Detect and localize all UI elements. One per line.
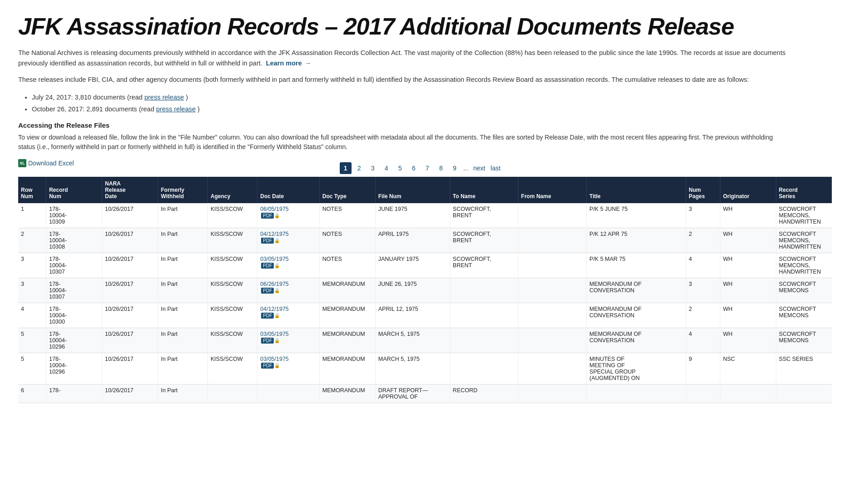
- cell-record-series: SCOWCROFTMEMCONS: [776, 328, 832, 353]
- cell-record-num: 178-10004-10300: [46, 303, 102, 328]
- table-body: 1178-10004-1030910/26/2017In PartKISS/SC…: [18, 203, 832, 403]
- cell-doc-date: 06/05/1975PDF🔒: [257, 203, 320, 228]
- cell-agency: KISS/SCOW: [208, 253, 257, 278]
- col-header-agency: Agency: [208, 177, 257, 203]
- cell-from-name: [518, 253, 586, 278]
- col-header-doc-date: Doc Date: [257, 177, 320, 203]
- pagination-next[interactable]: next: [471, 165, 487, 172]
- pagination-page-3[interactable]: 3: [367, 162, 379, 174]
- cell-doc-date: 04/12/1975PDF🔒: [257, 303, 320, 328]
- cell-to-name: [450, 353, 518, 384]
- pdf-badge: PDF: [261, 288, 274, 294]
- cell-from-name: [518, 384, 586, 403]
- press-release-link-july[interactable]: press release: [144, 94, 184, 101]
- cell-title: [587, 384, 686, 403]
- cell-doc-type: NOTES: [319, 253, 375, 278]
- pdf-link[interactable]: 03/05/1975: [260, 356, 289, 362]
- table-row: 6178-10/26/2017In PartMEMORANDUMDRAFT RE…: [18, 384, 832, 403]
- cell-record-num: 178-10004-10307: [46, 253, 102, 278]
- list-item-july: July 24, 2017: 3,810 documents (read pre…: [32, 91, 832, 103]
- pdf-badge: PDF: [261, 213, 274, 219]
- cell-doc-date: 04/12/1975PDF🔒: [257, 228, 320, 253]
- pagination-last[interactable]: last: [489, 165, 503, 172]
- pagination-page-4[interactable]: 4: [381, 162, 392, 174]
- pdf-badge: PDF: [261, 263, 274, 269]
- cell-file-num: MARCH 5, 1975: [375, 353, 450, 384]
- documents-table-wrapper: RowNum RecordNum NARAReleaseDate Formerl…: [18, 177, 832, 403]
- table-row: 5178-10004-1029610/26/2017In PartKISS/SC…: [18, 353, 832, 384]
- lock-icon: 🔒: [274, 338, 280, 343]
- pagination-page-9[interactable]: 9: [449, 162, 461, 174]
- table-row: 5178-10004-1029610/26/2017In PartKISS/SC…: [18, 328, 832, 353]
- pdf-link[interactable]: 06/26/1975: [260, 281, 289, 287]
- cell-doc-date: 03/05/1975PDF🔒: [257, 253, 320, 278]
- pagination-page-1[interactable]: 1: [340, 162, 352, 174]
- pdf-link[interactable]: 03/05/1975: [260, 331, 289, 337]
- cell-doc-date: 03/05/1975PDF🔒: [257, 353, 320, 384]
- cell-title: P/K 12 APR 75: [587, 228, 686, 253]
- cell-agency: KISS/SCOW: [208, 228, 257, 253]
- accessing-heading: Accessing the Release Files: [18, 121, 832, 129]
- pagination-page-8[interactable]: 8: [435, 162, 447, 174]
- press-release-link-october[interactable]: press release: [156, 105, 196, 113]
- cell-from-name: [518, 203, 586, 228]
- pagination-page-7[interactable]: 7: [422, 162, 433, 174]
- cell-row-num: 4: [18, 303, 46, 328]
- table-row: 3178-10004-1030710/26/2017In PartKISS/SC…: [18, 253, 832, 278]
- pagination-page-5[interactable]: 5: [394, 162, 406, 174]
- cell-row-num: 5: [18, 328, 46, 353]
- pdf-link[interactable]: 03/05/1975: [260, 256, 289, 262]
- cell-row-num: 1: [18, 203, 46, 228]
- pdf-link[interactable]: 04/12/1975: [260, 306, 289, 312]
- cell-file-num: DRAFT REPORT—APPROVAL OF: [375, 384, 450, 403]
- cell-record-series: SCOWCROFTMEMCONS,HANDWRITTEN: [776, 228, 832, 253]
- cell-title: MINUTES OFMEETING OFSPECIAL GROUP(AUGMEN…: [587, 353, 686, 384]
- col-header-file-num: File Num: [375, 177, 450, 203]
- intro-paragraph-1: The National Archives is releasing docum…: [18, 48, 791, 68]
- cell-row-num: 3: [18, 253, 46, 278]
- pagination-page-6[interactable]: 6: [408, 162, 420, 174]
- col-header-originator: Originator: [720, 177, 776, 203]
- table-row: 1178-10004-1030910/26/2017In PartKISS/SC…: [18, 203, 832, 228]
- cell-to-name: RECORD: [450, 384, 518, 403]
- cell-agency: KISS/SCOW: [208, 203, 257, 228]
- lock-icon: 🔒: [274, 213, 280, 218]
- cell-title: P/K 5 MAR 75: [587, 253, 686, 278]
- table-row: 4178-10004-1030010/26/2017In PartKISS/SC…: [18, 303, 832, 328]
- cell-from-name: [518, 303, 586, 328]
- cell-file-num: APRIL 12, 1975: [375, 303, 450, 328]
- pdf-badge: PDF: [261, 338, 274, 344]
- col-header-to-name: To Name: [450, 177, 518, 203]
- cell-title: MEMORANDUM OFCONVERSATION: [587, 328, 686, 353]
- cell-row-num: 6: [18, 384, 46, 403]
- cell-file-num: MARCH 5, 1975: [375, 328, 450, 353]
- cell-num-pages: 4: [686, 328, 720, 353]
- documents-table: RowNum RecordNum NARAReleaseDate Formerl…: [18, 177, 832, 403]
- col-header-from-name: From Name: [518, 177, 586, 203]
- cell-doc-date: 06/26/1975PDF🔒: [257, 278, 320, 303]
- cell-row-num: 3: [18, 278, 46, 303]
- pdf-link[interactable]: 04/12/1975: [260, 231, 289, 237]
- cell-doc-type: NOTES: [319, 228, 375, 253]
- arrow-right-icon: →: [305, 58, 312, 68]
- learn-more-link[interactable]: Learn more: [266, 60, 302, 67]
- cell-formerly-withheld: In Part: [158, 278, 207, 303]
- cell-agency: KISS/SCOW: [208, 353, 257, 384]
- download-excel-link[interactable]: XL Download Excel: [18, 159, 74, 167]
- lock-icon: 🔒: [274, 313, 280, 318]
- cell-nara-date: 10/26/2017: [102, 278, 158, 303]
- cell-num-pages: 3: [686, 278, 720, 303]
- cell-doc-type: MEMORANDUM: [319, 303, 375, 328]
- cell-file-num: JANUARY 1975: [375, 253, 450, 278]
- cell-record-series: SCOWCROFTMEMCONS: [776, 303, 832, 328]
- lock-icon: 🔒: [274, 288, 280, 293]
- cell-originator: WH: [720, 203, 776, 228]
- cell-from-name: [518, 328, 586, 353]
- cell-to-name: SCOWCROFT,BRENT: [450, 203, 518, 228]
- pagination-page-2[interactable]: 2: [353, 162, 365, 174]
- cell-to-name: [450, 278, 518, 303]
- pdf-badge: PDF: [261, 363, 274, 369]
- cell-file-num: JUNE 26, 1975: [375, 278, 450, 303]
- pdf-link[interactable]: 06/05/1975: [260, 206, 289, 212]
- cell-num-pages: 4: [686, 253, 720, 278]
